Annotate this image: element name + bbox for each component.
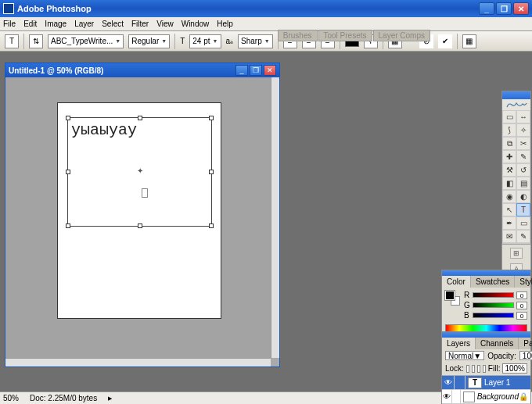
pen-tool-icon[interactable]: ✒	[502, 216, 516, 230]
link-column[interactable]	[452, 390, 461, 403]
type-tool-icon[interactable]: T	[516, 203, 530, 216]
doc-maximize-button[interactable]: ❐	[250, 65, 262, 76]
doc-close-button[interactable]: ✕	[264, 65, 276, 76]
wand-tool-icon[interactable]: ✧	[516, 123, 530, 137]
anti-alias-select[interactable]: Sharp▼	[238, 34, 273, 48]
menu-file[interactable]: File	[3, 20, 16, 28]
canvas[interactable]: уыаыуау ✦	[57, 102, 221, 319]
blend-mode-select[interactable]: Normal ▼	[445, 351, 484, 360]
vertical-scrollbar[interactable]	[271, 77, 279, 358]
lasso-tool-icon[interactable]: ⟆	[502, 123, 516, 137]
fill-input[interactable]: 100%	[502, 363, 527, 374]
close-button[interactable]: ✕	[513, 2, 529, 15]
minimize-button[interactable]: _	[479, 2, 494, 15]
menu-layer[interactable]: Layer	[74, 20, 94, 28]
green-value[interactable]: 0	[516, 302, 527, 309]
crop-tool-icon[interactable]: ⧉	[502, 137, 516, 150]
history-brush-tool-icon[interactable]: ↺	[516, 163, 530, 177]
color-panel: Color Swatches Styles R0 G0 B0	[441, 270, 531, 336]
lock-pixels-icon[interactable]	[472, 365, 475, 373]
tab-swatches[interactable]: Swatches	[471, 276, 515, 288]
menu-window[interactable]: Window	[182, 20, 210, 28]
palette-icon-1[interactable]: ⊞	[510, 248, 523, 259]
orientation-toggle-icon[interactable]: ⇅	[29, 34, 43, 48]
maximize-button[interactable]: ❐	[496, 2, 512, 15]
marquee-tool-icon[interactable]: ▭	[502, 110, 516, 123]
menu-edit[interactable]: Edit	[23, 20, 37, 28]
layer-name[interactable]: Layer 1	[484, 378, 530, 387]
visibility-toggle-icon[interactable]: 👁	[442, 390, 452, 403]
handle-bl[interactable]	[66, 223, 70, 228]
handle-bc[interactable]	[138, 223, 142, 228]
handle-mr[interactable]	[209, 170, 214, 174]
heal-tool-icon[interactable]: ✚	[502, 150, 516, 163]
handle-tl[interactable]	[66, 116, 70, 120]
tab-channels[interactable]: Channels	[476, 338, 519, 349]
layers-panel-header[interactable]	[442, 332, 530, 338]
tab-layers[interactable]: Layers	[442, 338, 476, 349]
green-slider[interactable]	[473, 302, 514, 308]
shape-tool-icon[interactable]: ▭	[516, 216, 530, 230]
handle-ml[interactable]	[66, 170, 70, 174]
font-size-select[interactable]: 24 pt▼	[189, 34, 221, 48]
zoom-level[interactable]: 50%	[3, 394, 19, 402]
file-browser-icon[interactable]: ▦	[462, 34, 476, 48]
notes-tool-icon[interactable]: ✉	[502, 230, 516, 243]
menu-filter[interactable]: Filter	[131, 20, 149, 28]
blue-slider[interactable]	[473, 313, 514, 318]
path-select-tool-icon[interactable]: ↖	[502, 203, 516, 216]
layer-name[interactable]: Background	[477, 392, 519, 401]
font-style-select[interactable]: Regular▼	[128, 34, 170, 48]
tab-layer-comps[interactable]: Layer Comps	[373, 30, 430, 41]
lock-transparency-icon[interactable]	[466, 365, 469, 373]
blur-tool-icon[interactable]: ◉	[502, 190, 516, 203]
toolbox-header[interactable]	[502, 91, 530, 99]
eraser-tool-icon[interactable]: ◧	[502, 177, 516, 190]
handle-tr[interactable]	[209, 116, 214, 120]
layer-thumbnail[interactable]	[463, 391, 475, 402]
dodge-tool-icon[interactable]: ◐	[516, 190, 530, 203]
doc-minimize-button[interactable]: _	[235, 65, 248, 76]
tab-paths[interactable]: Paths	[519, 338, 532, 349]
horizontal-scrollbar[interactable]	[5, 358, 271, 366]
menu-image[interactable]: Image	[45, 20, 66, 28]
move-tool-icon[interactable]: ↔	[516, 110, 530, 123]
layers-list: 👁 T Layer 1 👁 Background 🔒	[442, 375, 530, 404]
slice-tool-icon[interactable]: ✂	[516, 137, 530, 150]
gradient-tool-icon[interactable]: ▤	[516, 177, 530, 190]
stamp-tool-icon[interactable]: ⚒	[502, 163, 516, 177]
brush-tool-icon[interactable]: ✎	[516, 150, 530, 163]
tab-color[interactable]: Color	[442, 276, 471, 288]
color-panel-header[interactable]	[442, 270, 530, 276]
text-bounding-box[interactable]: уыаыуау ✦	[67, 117, 212, 227]
layer-thumbnail[interactable]: T	[468, 377, 482, 388]
menu-help[interactable]: Help	[217, 20, 233, 28]
text-cursor-icon	[142, 188, 148, 198]
commit-icon[interactable]: ✔	[438, 34, 452, 48]
doc-info: Doc: 2.25M/0 bytes	[30, 394, 97, 402]
handle-tc[interactable]	[138, 116, 142, 120]
tab-tool-presets[interactable]: Tool Presets	[318, 30, 372, 41]
red-value[interactable]: 0	[516, 291, 527, 299]
menu-select[interactable]: Select	[102, 20, 124, 28]
link-column[interactable]	[455, 376, 466, 389]
tab-brushes[interactable]: Brushes	[278, 30, 318, 41]
type-tool-preset-icon[interactable]: T	[5, 34, 19, 48]
document-titlebar[interactable]: Untitled-1 @ 50% (RGB/8) _ ❐ ✕	[5, 63, 279, 77]
menu-view[interactable]: View	[156, 20, 174, 28]
eyedropper-tool-icon[interactable]: ✎	[516, 230, 530, 243]
canvas-area[interactable]: уыаыуау ✦	[5, 77, 271, 358]
lock-position-icon[interactable]	[477, 365, 480, 373]
layer-row[interactable]: 👁 T Layer 1	[442, 376, 530, 390]
opacity-input[interactable]: 100%	[519, 351, 532, 360]
handle-br[interactable]	[209, 223, 214, 228]
blue-value[interactable]: 0	[516, 312, 527, 320]
color-panel-swatches[interactable]	[445, 291, 461, 314]
typed-text[interactable]: уыаыуау	[68, 118, 211, 142]
tab-styles[interactable]: Styles	[515, 276, 532, 288]
visibility-toggle-icon[interactable]: 👁	[442, 376, 455, 389]
red-slider[interactable]	[473, 292, 514, 298]
layer-row[interactable]: 👁 Background 🔒	[442, 390, 530, 404]
font-family-select[interactable]: ABC_TypeWrite...▼	[48, 34, 124, 48]
lock-all-icon[interactable]	[483, 365, 486, 373]
